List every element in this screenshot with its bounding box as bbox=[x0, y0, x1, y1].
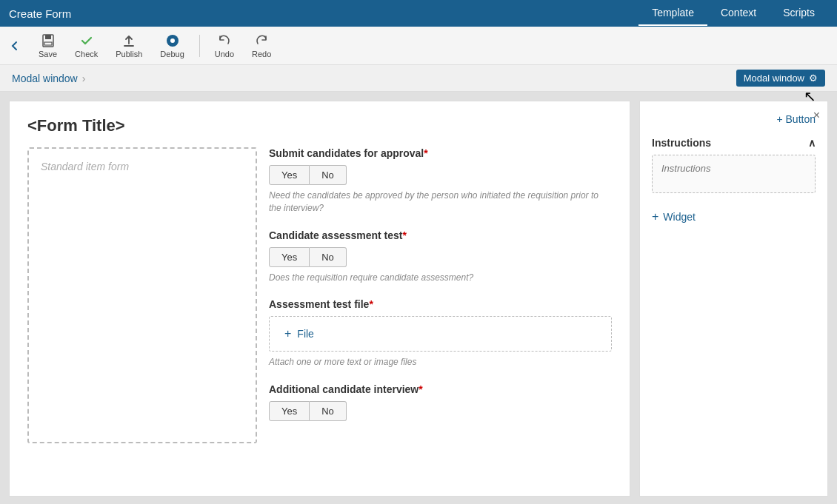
field-assessment-file: Assessment test file* + File Attach one … bbox=[269, 298, 612, 369]
standard-item-form-panel: Standard item form bbox=[27, 147, 257, 443]
publish-button[interactable]: Publish bbox=[110, 30, 148, 61]
collapse-icon: ∧ bbox=[808, 137, 816, 149]
debug-button[interactable]: Debug bbox=[154, 30, 190, 61]
save-label: Save bbox=[39, 50, 57, 58]
debug-label: Debug bbox=[160, 50, 184, 58]
field-hint-assessment: Does the requisition require candidate a… bbox=[269, 272, 612, 284]
breadcrumb-separator: › bbox=[82, 73, 86, 84]
form-fields-panel: Submit candidates for approval* Yes No N… bbox=[269, 147, 612, 443]
back-button[interactable] bbox=[9, 40, 21, 52]
yes-no-group-assessment: Yes No bbox=[269, 247, 612, 267]
file-upload-area[interactable]: + File bbox=[269, 316, 612, 352]
right-sidebar: × + Button Instructions ∧ + Widget bbox=[639, 101, 828, 497]
widget-label: Widget bbox=[663, 211, 696, 223]
publish-label: Publish bbox=[116, 50, 142, 58]
yes-button-assessment[interactable]: Yes bbox=[269, 247, 310, 267]
field-label-submit-candidates: Submit candidates for approval* bbox=[269, 147, 612, 159]
instructions-section: Instructions ∧ bbox=[652, 137, 816, 195]
no-button-assessment[interactable]: No bbox=[310, 247, 347, 267]
breadcrumb: Modal window › bbox=[12, 73, 85, 84]
no-button-submit[interactable]: No bbox=[310, 165, 347, 185]
form-title: <Form Title> bbox=[27, 116, 612, 135]
top-nav: Create Form Template Context Scripts bbox=[0, 0, 837, 27]
page-title: Create Form bbox=[9, 7, 638, 20]
tab-scripts[interactable]: Scripts bbox=[770, 1, 828, 26]
no-button-interview[interactable]: No bbox=[310, 401, 347, 421]
widget-plus-icon: + bbox=[652, 210, 658, 224]
yes-button-interview[interactable]: Yes bbox=[269, 401, 310, 421]
standard-item-placeholder: Standard item form bbox=[41, 161, 129, 172]
add-button-section: + Button bbox=[652, 113, 816, 125]
tab-context[interactable]: Context bbox=[707, 1, 770, 26]
modal-window-label: Modal window bbox=[744, 73, 804, 84]
yes-no-group-submit: Yes No bbox=[269, 165, 612, 185]
svg-rect-1 bbox=[45, 35, 51, 39]
form-body: Standard item form Submit candidates for… bbox=[27, 147, 612, 443]
svg-rect-2 bbox=[44, 42, 52, 45]
top-nav-tabs: Template Context Scripts bbox=[638, 1, 828, 26]
breadcrumb-bar: Modal window › Modal window ⚙ bbox=[0, 65, 837, 92]
instructions-label: Instructions bbox=[652, 137, 711, 149]
instructions-input[interactable] bbox=[652, 155, 816, 193]
toolbar: Save Check Publish Debug Undo bbox=[0, 27, 837, 65]
field-label-assessment: Candidate assessment test* bbox=[269, 229, 612, 241]
check-button[interactable]: Check bbox=[69, 30, 104, 61]
save-button[interactable]: Save bbox=[33, 30, 63, 61]
file-label: File bbox=[297, 328, 314, 340]
undo-button[interactable]: Undo bbox=[209, 30, 240, 61]
add-button[interactable]: + Button bbox=[776, 113, 816, 125]
gear-icon: ⚙ bbox=[809, 73, 818, 84]
field-label-file: Assessment test file* bbox=[269, 298, 612, 310]
field-label-interview: Additional candidate interview* bbox=[269, 383, 612, 395]
field-candidate-assessment: Candidate assessment test* Yes No Does t… bbox=[269, 229, 612, 284]
yes-no-group-interview: Yes No bbox=[269, 401, 612, 421]
form-container: <Form Title> Standard item form Submit c… bbox=[9, 101, 630, 497]
instructions-header[interactable]: Instructions ∧ bbox=[652, 137, 816, 149]
tab-template[interactable]: Template bbox=[638, 1, 707, 26]
field-submit-candidates: Submit candidates for approval* Yes No N… bbox=[269, 147, 612, 215]
modal-window-button[interactable]: Modal window ⚙ bbox=[736, 70, 825, 87]
field-hint-file: Attach one or more text or image files bbox=[269, 356, 612, 369]
field-hint-submit: Need the candidates be approved by the p… bbox=[269, 189, 612, 215]
yes-button-submit[interactable]: Yes bbox=[269, 165, 310, 185]
field-additional-interview: Additional candidate interview* Yes No bbox=[269, 383, 612, 421]
close-button[interactable]: × bbox=[813, 109, 820, 122]
undo-label: Undo bbox=[215, 50, 234, 58]
redo-button[interactable]: Redo bbox=[246, 30, 277, 61]
redo-label: Redo bbox=[252, 50, 271, 58]
add-widget-button[interactable]: + Widget bbox=[652, 210, 816, 224]
main-area: <Form Title> Standard item form Submit c… bbox=[0, 92, 837, 504]
toolbar-separator bbox=[199, 35, 200, 57]
plus-icon: + bbox=[284, 327, 291, 340]
check-label: Check bbox=[75, 50, 98, 58]
breadcrumb-item[interactable]: Modal window bbox=[12, 73, 78, 84]
